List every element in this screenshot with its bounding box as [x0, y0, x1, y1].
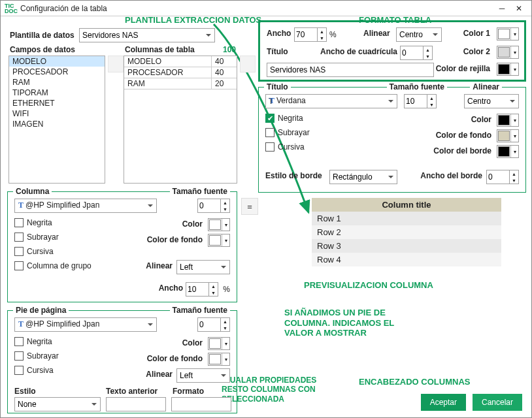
title-font-select[interactable]: T — [265, 94, 397, 108]
pie-texto-anterior-input[interactable] — [106, 397, 166, 411]
pie-bold-check[interactable]: Negrita — [14, 337, 52, 346]
label-col-bg: Color de fondo — [147, 235, 203, 244]
equalize-button[interactable]: = — [241, 198, 258, 215]
add-column-button[interactable] — [108, 56, 124, 72]
remove-column-button[interactable] — [240, 56, 256, 72]
col-size-spinner[interactable]: ▲▼ — [197, 199, 230, 213]
title-border-color-picker[interactable]: ▾ — [497, 145, 519, 158]
pie-italic-check[interactable]: Cursiva — [14, 366, 54, 375]
template-select[interactable]: Servidores NAS — [79, 28, 215, 42]
preview-header: Column title — [312, 198, 501, 212]
title-color-picker[interactable]: ▾ — [497, 114, 519, 127]
label-formato: Formato — [173, 387, 204, 396]
label-col-percent: % — [223, 285, 230, 294]
color1-picker[interactable]: ▾ — [497, 27, 519, 40]
pie-legend: Pie de página — [13, 306, 69, 315]
label-alinear-t: Alinear — [470, 82, 502, 91]
preview-row: Row 2 — [312, 225, 501, 239]
label-title-border-color: Color del borde — [433, 146, 491, 155]
close-button[interactable]: ✕ — [510, 2, 527, 15]
label-tamano-fuente: Tamaño fuente — [387, 82, 447, 91]
label-titulo: Título — [267, 47, 288, 56]
pie-size-spinner[interactable]: ▲▼ — [197, 317, 230, 332]
ann-encabezado: ENCABEZADO COLUMNAS — [359, 377, 470, 387]
col-align-select[interactable]: Left — [176, 260, 230, 274]
col-bold-check[interactable]: Negrita — [14, 218, 52, 227]
pie-align-select[interactable]: Left — [176, 368, 230, 383]
titulo-fieldset: Título Tamaño fuente Alinear T TVerdana … — [258, 87, 526, 193]
col-width[interactable]: 40 — [212, 56, 237, 67]
color2-picker[interactable]: ▾ — [497, 46, 519, 59]
label-estilo-borde: Estilo de borde — [265, 171, 322, 180]
col-underline-check[interactable]: Subrayar — [14, 233, 59, 242]
label-color2: Color 2 — [463, 47, 490, 56]
label-estilo: Estilo — [14, 387, 36, 396]
label-pie-color: Color — [182, 338, 203, 347]
minimize-button[interactable]: ─ — [493, 2, 510, 15]
field-item[interactable]: WIFI — [9, 108, 105, 119]
title-align-select[interactable]: Centro — [464, 94, 519, 108]
fields-listbox[interactable]: MODELO PROCESADOR RAM TIPORAM ETHERNET W… — [8, 56, 105, 184]
pie-color-picker[interactable]: ▾ — [208, 337, 230, 350]
align-select[interactable]: Centro — [396, 27, 442, 42]
config-window: TICDOC Configuración de la tabla ─ ✕ PLA… — [0, 0, 532, 418]
preview-row: Row 3 — [312, 239, 501, 253]
border-style-select[interactable]: Rectángulo — [329, 170, 397, 184]
titulo-legend: Título — [264, 82, 291, 91]
grid-color-picker[interactable]: ▾ — [497, 63, 519, 76]
label-pie-size: Tamaño fuente — [170, 306, 230, 315]
field-item[interactable]: IMAGEN — [9, 119, 105, 129]
col-bg-picker[interactable]: ▾ — [208, 234, 230, 247]
border-width-spinner[interactable]: ▲▼ — [486, 170, 519, 184]
field-item[interactable]: MODELO — [9, 56, 105, 67]
preview-table: Column title Row 1 Row 2 Row 3 Row 4 — [312, 198, 501, 266]
label-ancho-borde: Ancho del borde — [420, 171, 482, 180]
title-underline-check[interactable]: Subrayar — [265, 128, 310, 137]
col-name[interactable]: PROCESADOR — [124, 67, 212, 78]
col-name[interactable]: MODELO — [124, 56, 212, 67]
col-width-spinner[interactable]: ▲▼ — [186, 282, 218, 297]
col-color-picker[interactable]: ▾ — [208, 218, 230, 231]
label-title-color: Color — [471, 115, 491, 124]
columna-fieldset: Columna Tamaño fuente T@HP Simplified Jp… — [7, 191, 237, 302]
pie-formato-input[interactable] — [171, 397, 231, 411]
col-group-check[interactable]: Columna de grupo — [14, 261, 91, 270]
title-italic-check[interactable]: Cursiva — [265, 142, 305, 152]
title-bold-check[interactable]: ✔Negrita — [265, 114, 303, 123]
title-size-spinner[interactable]: ▲▼ — [404, 94, 437, 108]
label-col-color: Color — [182, 219, 203, 229]
pie-bg-picker[interactable]: ▾ — [208, 353, 230, 366]
columns-table[interactable]: MODELO40 PROCESADOR40 RAM20 — [124, 56, 237, 184]
accept-button[interactable]: Aceptar — [421, 394, 466, 411]
field-item[interactable]: RAM — [9, 77, 105, 88]
col-italic-check[interactable]: Cursiva — [14, 247, 54, 256]
label-col-align: Alinear — [146, 261, 173, 270]
columns-total: 100 — [223, 45, 236, 54]
pie-style-select[interactable]: None — [14, 397, 101, 411]
col-font-select[interactable] — [14, 199, 157, 213]
title-bg-picker[interactable]: ▾ — [497, 129, 519, 142]
field-item[interactable]: TIPORAM — [9, 88, 105, 98]
ann-previsualizacion: PREVISUALIZACION COLUMNA — [304, 280, 433, 291]
app-logo-icon: TICDOC — [5, 3, 18, 14]
titlebar: TICDOC Configuración de la tabla ─ ✕ — [1, 1, 531, 16]
col-width[interactable]: 40 — [212, 67, 237, 78]
label-percent: % — [329, 30, 337, 39]
label-texto-anterior: Texto anterior — [106, 387, 158, 396]
cancel-button[interactable]: Cancelar — [473, 394, 522, 411]
pie-font-select[interactable] — [14, 317, 157, 332]
label-color1: Color 1 — [463, 29, 490, 38]
label-ancho-cuadricula: Ancho de cuadrícula — [320, 47, 397, 56]
label-col-ancho: Ancho — [159, 283, 183, 293]
ancho-spinner[interactable]: ▲▼ — [294, 27, 327, 42]
grid-width-spinner[interactable]: ▲▼ — [400, 46, 433, 60]
field-item[interactable]: PROCESADOR — [9, 67, 105, 77]
label-columnas-tabla: Columnas de tabla — [125, 45, 195, 54]
columna-legend: Columna — [13, 187, 52, 196]
col-width[interactable]: 20 — [212, 78, 237, 89]
col-name[interactable]: RAM — [124, 78, 212, 89]
field-item[interactable]: ETHERNET — [9, 98, 105, 108]
titulo-input[interactable] — [267, 63, 434, 77]
ann-si-pie: SI AÑADIMOS UN PIE DE COLUMNA. INDICAMOS… — [284, 308, 394, 338]
pie-underline-check[interactable]: Subrayar — [14, 351, 59, 361]
